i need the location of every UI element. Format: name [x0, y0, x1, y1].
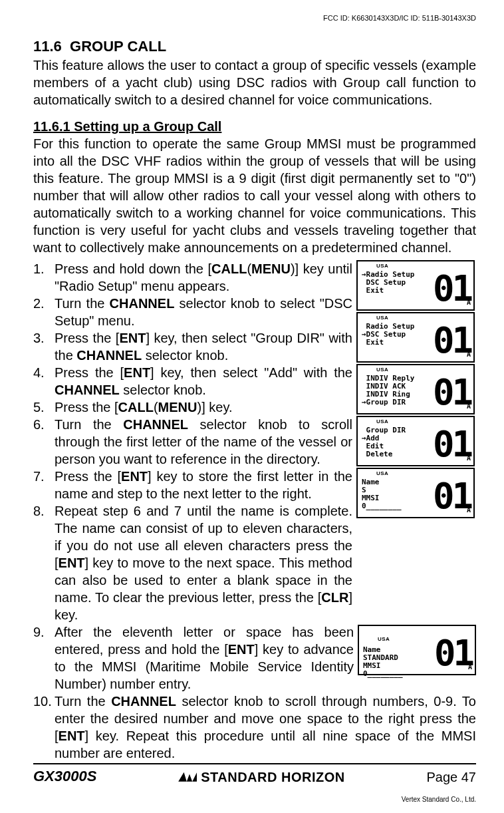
step-number: 6.	[33, 416, 55, 468]
lcd-screen-4: USA Group DIR →Add Edit Delete 01 A	[356, 416, 475, 466]
step-text: Press the [ENT] key, then select "Add" w…	[55, 364, 352, 399]
horizon-logo-icon	[178, 772, 197, 782]
step-text: Repeat step 6 and 7 until the name is co…	[55, 502, 352, 623]
lcd-sub: A	[467, 350, 471, 359]
lcd-sub: A	[467, 298, 471, 307]
step-number: 5.	[33, 399, 55, 416]
step-text: USA Name STANDARD MMSI 0________ 01 A Af…	[55, 623, 476, 693]
lcd-sub: A	[467, 454, 471, 462]
step-text: Turn the CHANNEL selector knob to scroll…	[55, 416, 352, 468]
step-text: Press and hold down the [CALL(MENU)] key…	[55, 260, 352, 295]
step-number: 8.	[33, 502, 55, 623]
step-3: 3. Press the [ENT] key, then select "Gro…	[33, 329, 352, 364]
step-text: Press the [ENT] key, then select "Group …	[55, 329, 352, 364]
step-number: 4.	[33, 364, 55, 399]
step-7: 7. Press the [ENT] key to store the firs…	[33, 468, 352, 502]
lcd-channel: 01	[433, 426, 471, 462]
step-2: 2. Turn the CHANNEL selector knob to sel…	[33, 295, 352, 329]
lcd-channel: 01	[434, 635, 472, 671]
page-footer: GX3000S STANDARD HORIZON Page 47	[33, 763, 476, 786]
step-6: 6. Turn the CHANNEL selector knob to scr…	[33, 416, 352, 468]
step-number: 3.	[33, 329, 55, 364]
step-1: 1. Press and hold down the [CALL(MENU)] …	[33, 260, 352, 295]
lcd-menu: Radio Setup →DSC Setup Exit	[362, 321, 414, 347]
step-number: 10.	[33, 693, 55, 762]
lcd-menu: INDIV Reply INDIV ACK INDIV Ring →Group …	[362, 373, 414, 406]
step-number: 9.	[33, 623, 55, 693]
lcd-channel: 01	[433, 323, 471, 359]
step-5: 5. Press the [CALL(MENU)] key.	[33, 399, 352, 416]
lcd-screen-2: USA Radio Setup →DSC Setup Exit 01 A	[356, 312, 475, 363]
lcd-sub: A	[467, 506, 471, 514]
lcd-channel: 01	[433, 478, 471, 514]
lcd-sub: A	[467, 402, 471, 410]
lcd-menu: Name STANDARD MMSI 0________	[363, 645, 403, 678]
lcd-menu: Name S MMSI 0________	[362, 477, 402, 510]
lcd-screen-6: USA Name STANDARD MMSI 0________ 01 A	[358, 625, 476, 675]
lcd-sub: A	[468, 663, 472, 671]
lcd-channel: 01	[433, 375, 471, 410]
brand-text: STANDARD HORIZON	[201, 768, 345, 786]
page-number: Page 47	[426, 768, 476, 786]
step-text: Press the [ENT] key to store the first l…	[55, 468, 352, 502]
step-9: 9. USA Name STANDARD MMSI 0________ 01 A…	[33, 623, 476, 693]
lcd-screen-3: USA INDIV Reply INDIV ACK INDIV Ring →Gr…	[356, 364, 475, 414]
step-number: 1.	[33, 260, 55, 295]
usa-label: USA	[378, 636, 390, 642]
lcd-menu: →Radio Setup DSC Setup Exit	[362, 269, 414, 295]
brand-logo: STANDARD HORIZON	[178, 768, 345, 786]
step-text: Press the [CALL(MENU)] key.	[55, 399, 352, 416]
fcc-id-line: FCC ID: K6630143X3D/IC ID: 511B-30143X3D	[33, 13, 476, 23]
lcd-menu: Group DIR →Add Edit Delete	[362, 425, 406, 458]
step-8: 8. Repeat step 6 and 7 until the name is…	[33, 502, 352, 623]
step-4: 4. Press the [ENT] key, then select "Add…	[33, 364, 352, 399]
step-number: 2.	[33, 295, 55, 329]
lcd-screen-5: USA Name S MMSI 0________ 01 A	[356, 468, 475, 518]
lcd-channel: 01	[433, 271, 471, 307]
section-number: 11.6	[33, 38, 62, 55]
step-text: Turn the CHANNEL selector knob to select…	[55, 295, 352, 329]
lcd-screen-1: USA →Radio Setup DSC Setup Exit 01 A	[356, 260, 475, 311]
subsection-heading: 11.6.1 Setting up a Group Call	[33, 118, 476, 135]
step-10: 10. Turn the CHANNEL selector knob to sc…	[33, 693, 476, 762]
intro-paragraph: This feature allows the user to contact …	[33, 57, 476, 108]
section-title-text: GROUP CALL	[70, 38, 166, 55]
subsection-body: For this function to operate the same Gr…	[33, 135, 476, 256]
vertex-copyright: Vertex Standard Co., Ltd.	[402, 795, 476, 804]
step-text: Turn the CHANNEL selector knob to scroll…	[55, 693, 476, 762]
lcd-figure-column: USA →Radio Setup DSC Setup Exit 01 A USA…	[356, 260, 476, 520]
section-heading: 11.6 GROUP CALL	[33, 37, 476, 57]
step-number: 7.	[33, 468, 55, 502]
model-number: GX3000S	[33, 767, 96, 786]
